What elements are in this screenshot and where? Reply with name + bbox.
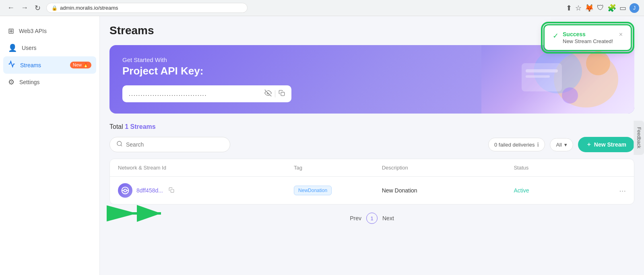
user-icon: 👤: [8, 43, 17, 52]
api-key-input-wrapper: [122, 85, 291, 102]
avatar[interactable]: J: [630, 3, 639, 13]
feedback-tab[interactable]: Feedback: [634, 120, 644, 155]
api-banner: Get Started With Project API Key:: [109, 45, 634, 114]
svg-rect-1: [281, 92, 285, 96]
settings-icon: ⚙: [8, 78, 14, 87]
svg-line-10: [121, 145, 122, 146]
sidebar-label-settings: Settings: [19, 79, 40, 85]
sidebar-label-users: Users: [22, 45, 37, 51]
api-banner-label: Get Started With: [122, 56, 621, 63]
api-key-input[interactable]: [129, 91, 264, 97]
copy-icon[interactable]: [279, 90, 285, 98]
extension-icon-3[interactable]: 🧩: [607, 4, 616, 12]
svg-point-9: [117, 141, 122, 146]
feedback-label: Feedback: [636, 127, 642, 148]
col-actions: [602, 165, 626, 171]
api-banner-title: Project API Key:: [122, 65, 621, 77]
browser-nav[interactable]: ← → ↻: [5, 3, 43, 13]
main-content: Streams Get Started With Project API Key…: [100, 16, 644, 275]
stream-icon: [118, 183, 132, 198]
divider: [275, 90, 275, 97]
api-banner-content: Get Started With Project API Key:: [122, 56, 621, 102]
stream-id-text: 8dff458d...: [136, 187, 163, 194]
bookmark-icon[interactable]: ☆: [575, 4, 582, 12]
col-status: Status: [514, 165, 602, 171]
sidebar-item-web3-apis[interactable]: ⊞ Web3 APIs: [0, 23, 99, 39]
filter-dropdown[interactable]: All ▾: [550, 138, 573, 151]
table-row[interactable]: 8dff458d... NewDonation New Donation Act…: [110, 177, 634, 204]
col-description: Description: [382, 165, 514, 171]
total-section: Total 1 Streams: [109, 123, 634, 130]
share-icon[interactable]: ⬆: [566, 4, 572, 12]
failed-count: 0 failed deliveries: [494, 142, 535, 148]
api-key-icons: [264, 89, 285, 98]
search-icon: [116, 141, 123, 149]
status-active-text: Active: [514, 187, 529, 194]
new-stream-button[interactable]: ＋ New Stream: [578, 137, 634, 152]
stream-id-cell: 8dff458d...: [118, 183, 294, 198]
svg-rect-13: [171, 189, 174, 192]
tag-badge: NewDonation: [294, 186, 332, 195]
url-text: admin.moralis.io/streams: [60, 5, 118, 11]
stream-description: New Donation: [382, 187, 514, 194]
hide-icon[interactable]: [264, 89, 272, 98]
col-network: Network & Stream Id: [118, 165, 294, 171]
chevron-down-icon: ▾: [564, 142, 567, 148]
extension-icon-1[interactable]: 🦊: [585, 4, 594, 12]
grid-icon: ⊞: [8, 27, 14, 35]
stream-tag-cell: NewDonation: [294, 186, 382, 195]
filter-label: All: [556, 142, 561, 148]
refresh-button[interactable]: ↻: [32, 3, 43, 13]
total-label: Total: [109, 123, 123, 130]
col-tag: Tag: [294, 165, 382, 171]
failed-deliveries: 0 failed deliveries ℹ: [488, 138, 545, 151]
toast-close-button[interactable]: ×: [619, 31, 623, 38]
next-page-link[interactable]: Next: [382, 215, 394, 221]
sidebar: ⊞ Web3 APIs 👤 Users Streams New 🔥 ⚙ Sett…: [0, 16, 100, 275]
streams-new-badge: New 🔥: [70, 62, 91, 68]
toast-title: Success: [563, 31, 613, 37]
controls-row: 0 failed deliveries ℹ All ▾ ＋ New Stream: [109, 137, 634, 152]
sidebar-item-settings[interactable]: ⚙ Settings: [0, 74, 99, 91]
sidebar-label-web3-apis: Web3 APIs: [19, 28, 47, 34]
table-header: Network & Stream Id Tag Description Stat…: [110, 159, 634, 177]
sidebar-label-streams: Streams: [20, 62, 41, 68]
streams-table: Network & Stream Id Tag Description Stat…: [109, 159, 634, 205]
forward-button[interactable]: →: [19, 3, 31, 13]
success-toast: ✓ Success New Stream Created! ×: [543, 24, 632, 51]
sidebar-item-users[interactable]: 👤 Users: [0, 39, 99, 56]
stream-copy-icon[interactable]: [169, 187, 174, 194]
address-bar: 🔒 admin.moralis.io/streams: [46, 3, 248, 13]
info-icon[interactable]: ℹ: [537, 141, 539, 148]
browser-actions: ⬆ ☆ 🦊 🛡 🧩 ▭ J: [566, 3, 639, 13]
pagination: Prev 1 Next: [109, 205, 634, 232]
success-check-icon: ✓: [553, 31, 559, 40]
lock-icon: 🔒: [52, 5, 58, 11]
search-input[interactable]: [126, 141, 223, 148]
back-button[interactable]: ←: [5, 3, 17, 13]
toast-content: Success New Stream Created!: [563, 31, 613, 44]
streams-icon: [8, 60, 15, 70]
stream-status: Active: [514, 187, 602, 194]
new-stream-label: New Stream: [594, 141, 626, 148]
more-options-button[interactable]: ···: [602, 186, 626, 195]
page-number-1[interactable]: 1: [366, 213, 378, 224]
window-icon[interactable]: ▭: [619, 4, 626, 12]
browser-chrome: ← → ↻ 🔒 admin.moralis.io/streams ⬆ ☆ 🦊 🛡…: [0, 0, 644, 16]
toast-message: New Stream Created!: [563, 38, 613, 44]
sidebar-item-streams[interactable]: Streams New 🔥: [3, 56, 96, 74]
plus-icon: ＋: [586, 141, 592, 148]
prev-page-link[interactable]: Prev: [350, 215, 361, 221]
extension-icon-2[interactable]: 🛡: [597, 4, 604, 12]
search-box[interactable]: [109, 137, 230, 152]
total-count: 1 Streams: [125, 123, 156, 130]
